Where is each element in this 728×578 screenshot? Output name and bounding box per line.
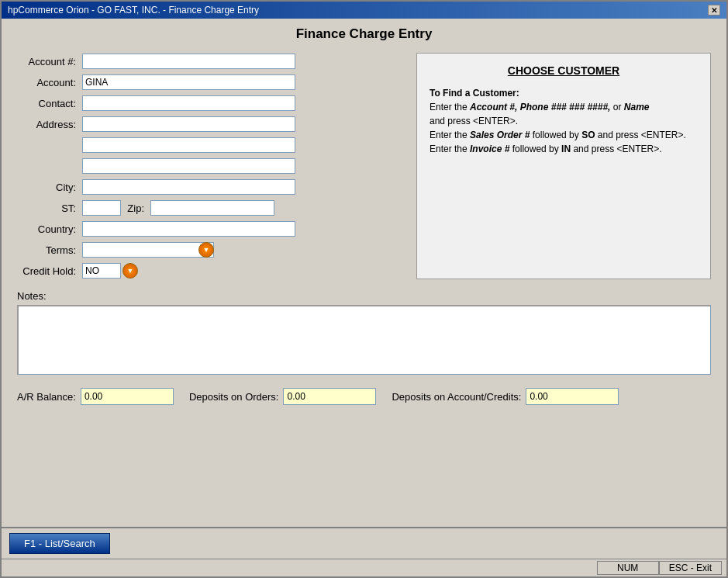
city-label: City: xyxy=(17,182,79,193)
choose-customer-panel: CHOOSE CUSTOMER To Find a Customer: Ente… xyxy=(416,53,711,279)
title-bar-text: hpCommerce Orion - GO FAST, INC. - Finan… xyxy=(8,5,259,16)
notes-label: Notes: xyxy=(17,290,711,302)
find-customer-bold: To Find a Customer: xyxy=(430,88,519,99)
country-row: Country: xyxy=(17,220,404,237)
deposits-account-item: Deposits on Account/Credits: xyxy=(392,388,619,405)
notes-section: Notes: xyxy=(17,290,711,377)
account-input[interactable] xyxy=(82,54,295,69)
country-label: Country: xyxy=(17,223,79,235)
deposits-account-input[interactable] xyxy=(526,388,619,405)
address-row2 xyxy=(17,137,404,154)
city-input[interactable] xyxy=(82,179,295,195)
address1-input[interactable] xyxy=(82,116,295,132)
account-name-row: Account: xyxy=(17,74,404,91)
account-name-label: Account: xyxy=(17,77,79,88)
invoice-hint: Invoice # xyxy=(470,144,509,154)
ar-balance-input[interactable] xyxy=(81,388,174,405)
terms-dropdown-btn[interactable]: ▼ xyxy=(198,242,214,258)
contact-row: Contact: xyxy=(17,95,404,112)
deposits-orders-label: Deposits on Orders: xyxy=(189,391,279,403)
account-row: Account #: xyxy=(17,53,404,70)
bottom-bar: F1 - List/Search xyxy=(2,527,726,559)
credit-hold-input[interactable] xyxy=(82,263,121,279)
credit-hold-wrapper: ▼ xyxy=(82,263,138,279)
credit-hold-label: Credit Hold: xyxy=(17,265,79,277)
page-title: Finance Charge Entry xyxy=(17,26,711,42)
zip-label: Zip: xyxy=(124,202,147,214)
notes-textarea[interactable] xyxy=(17,305,711,375)
account-hint: Account #, Phone ### ### ####, xyxy=(470,102,610,112)
contact-input[interactable] xyxy=(82,95,295,111)
terms-label: Terms: xyxy=(17,244,79,256)
balance-row: A/R Balance: Deposits on Orders: Deposit… xyxy=(17,388,711,405)
choose-customer-text: To Find a Customer: Enter the Account #,… xyxy=(430,86,698,156)
ar-balance-item: A/R Balance: xyxy=(17,388,174,405)
esc-status[interactable]: ESC - Exit xyxy=(659,561,722,575)
terms-input[interactable] xyxy=(82,242,214,258)
main-window: hpCommerce Orion - GO FAST, INC. - Finan… xyxy=(0,0,728,578)
ar-balance-label: A/R Balance: xyxy=(17,391,76,403)
choose-customer-title: CHOOSE CUSTOMER xyxy=(430,64,698,77)
main-row: Account #: Account: Contact: Address: xyxy=(17,53,711,279)
city-row: City: xyxy=(17,178,404,196)
so-label: SO xyxy=(581,130,595,140)
address-label: Address: xyxy=(17,119,79,130)
country-input[interactable] xyxy=(82,221,295,237)
f1-list-search-button[interactable]: F1 - List/Search xyxy=(9,533,110,554)
address3-input[interactable] xyxy=(82,158,295,174)
deposits-orders-input[interactable] xyxy=(283,388,376,405)
so-hint: Sales Order # xyxy=(470,130,530,140)
account-label: Account #: xyxy=(17,56,79,67)
terms-select-wrapper: ▼ xyxy=(82,242,214,258)
name-hint: Name xyxy=(624,102,650,112)
address-row1: Address: xyxy=(17,116,404,133)
title-bar: hpCommerce Orion - GO FAST, INC. - Finan… xyxy=(2,2,726,19)
st-zip-row: ST: Zip: xyxy=(17,199,404,216)
st-input[interactable] xyxy=(82,200,121,216)
address2-input[interactable] xyxy=(82,137,295,153)
account-name-input[interactable] xyxy=(82,74,295,90)
num-status: NUM xyxy=(597,561,659,575)
form-section: Account #: Account: Contact: Address: xyxy=(17,53,404,279)
status-bar: NUM ESC - Exit xyxy=(2,559,726,576)
credit-hold-row: Credit Hold: ▼ xyxy=(17,262,404,279)
deposits-account-label: Deposits on Account/Credits: xyxy=(392,391,521,403)
contact-label: Contact: xyxy=(17,98,79,109)
credit-hold-dropdown-btn[interactable]: ▼ xyxy=(122,263,138,279)
in-label: IN xyxy=(561,144,571,154)
st-label: ST: xyxy=(17,202,79,214)
close-button[interactable]: ✕ xyxy=(708,5,720,16)
content-area: Finance Charge Entry Account #: Account:… xyxy=(2,19,726,527)
zip-input[interactable] xyxy=(150,200,274,216)
terms-row: Terms: ▼ xyxy=(17,241,404,258)
deposits-orders-item: Deposits on Orders: xyxy=(189,388,377,405)
address-row3 xyxy=(17,157,404,175)
